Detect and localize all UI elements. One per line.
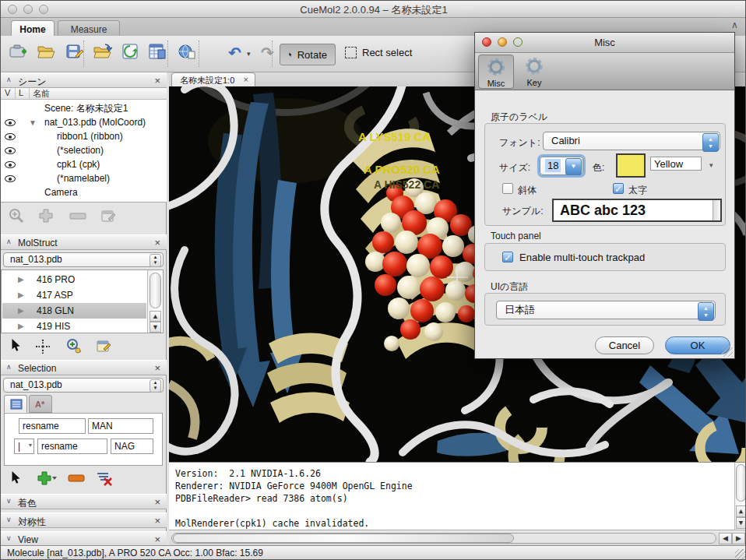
resize-grip[interactable]	[735, 549, 746, 560]
close-icon[interactable]: ×	[154, 515, 160, 527]
molstruct-panel-header[interactable]: ∧ MolStruct ×	[1, 234, 167, 250]
tree-row-camera[interactable]: Camera	[1, 185, 167, 199]
symmetry-panel-header[interactable]: ∨ 対称性 ×	[1, 512, 167, 528]
scroll-down-icon[interactable]: ▼	[736, 517, 746, 529]
close-icon[interactable]: ×	[154, 534, 160, 545]
tree-row-cpk1[interactable]: cpk1 (cpk)	[1, 157, 167, 171]
dialog-resize-grip[interactable]	[722, 346, 733, 357]
visibility-eye-icon[interactable]	[5, 145, 16, 157]
close-icon[interactable]: ×	[154, 75, 160, 86]
disclosure-icon[interactable]: ▶	[18, 272, 24, 287]
add-renderer-icon[interactable]	[38, 208, 54, 224]
scrollbar-thumb[interactable]	[736, 464, 746, 502]
residue-row[interactable]: ▶416 PRO	[2, 272, 146, 287]
undo-icon[interactable]: ↶	[228, 44, 241, 62]
expand-icon[interactable]: ∨	[6, 497, 12, 505]
molstruct-molecule-select[interactable]: nat_013.pdb ▲▼	[3, 252, 164, 267]
expand-icon[interactable]: ∨	[6, 534, 12, 542]
center-view-icon[interactable]	[35, 339, 51, 354]
close-icon[interactable]: ×	[154, 362, 160, 374]
scrollbar-thumb[interactable]	[150, 273, 161, 308]
tab-measure[interactable]: Measure	[58, 20, 120, 36]
tree-row-namelabel[interactable]: (*namelabel)	[1, 171, 167, 185]
network-open-button[interactable]	[177, 42, 200, 65]
selection-expression-tab[interactable]: A*	[29, 395, 52, 413]
add-rule-icon[interactable]	[37, 470, 57, 486]
residue-row[interactable]: ▶419 HIS	[2, 319, 146, 333]
visibility-eye-icon[interactable]	[5, 117, 16, 129]
window-titlebar[interactable]: CueMol2 2.0.0.94 – 名称未設定1	[1, 1, 746, 18]
coloring-panel-header[interactable]: ∨ 着色 ×	[1, 494, 167, 509]
rule1-value-field[interactable]	[88, 418, 153, 434]
ribbon-collapse-icon[interactable]: ∧	[731, 19, 738, 30]
misc-dialog[interactable]: Misc Misc Key 原子のラベル フォント: Calibri ▲▼ サイ…	[474, 32, 735, 359]
scene-panel-header[interactable]: ∧ シーン ×	[1, 72, 167, 88]
molstruct-scrollbar[interactable]: ▲ ▼	[147, 270, 163, 333]
italic-checkbox[interactable]	[502, 183, 513, 194]
collapse-icon[interactable]: ∧	[6, 238, 12, 245]
close-icon[interactable]: ×	[154, 237, 160, 248]
color-swatch[interactable]	[616, 153, 646, 178]
scroll-up-icon[interactable]: ▲	[150, 311, 161, 322]
residue-row-selected[interactable]: ▶418 GLN	[2, 303, 146, 319]
view-panel-header[interactable]: ∨ View ×	[1, 531, 167, 547]
visibility-eye-icon[interactable]	[5, 159, 16, 171]
select-cursor-icon[interactable]	[9, 338, 23, 354]
console-horizontal-scrollbar[interactable]: ◀ ▶	[169, 530, 746, 545]
selection-list-tab[interactable]	[4, 395, 27, 413]
disclosure-icon[interactable]: ▶	[18, 287, 24, 303]
clear-selection-icon[interactable]	[96, 470, 113, 486]
scroll-left-icon[interactable]: ◀	[719, 533, 732, 544]
rect-select-button[interactable]: Rect select	[345, 47, 412, 58]
tree-row-molcoord[interactable]: ▼nat_013.pdb (MolCoord)	[1, 115, 167, 129]
ok-button[interactable]: OK	[665, 336, 730, 354]
console-scrollbar[interactable]: ▲ ▼	[734, 463, 746, 530]
residue-row[interactable]: ▶417 ASP	[2, 287, 146, 303]
rule2-op-select[interactable]: |▾	[14, 438, 34, 454]
visibility-eye-icon[interactable]	[5, 173, 16, 185]
color-dropdown-icon[interactable]: ▾	[709, 161, 713, 169]
collapse-icon[interactable]: ∧	[6, 363, 12, 371]
scroll-down-icon[interactable]: ▼	[150, 322, 161, 333]
save-scene-button[interactable]	[65, 42, 88, 65]
new-scene-button[interactable]	[9, 42, 32, 65]
dialog-titlebar[interactable]: Misc	[475, 33, 734, 53]
open-scene-button[interactable]	[37, 42, 60, 65]
disclosure-icon[interactable]: ▶	[18, 319, 24, 333]
scrollbar-track[interactable]	[171, 533, 716, 544]
close-tab-icon[interactable]: ×	[244, 75, 248, 84]
disclosure-icon[interactable]: ▼	[29, 116, 37, 130]
rule1-key-field[interactable]	[19, 418, 86, 434]
scrollbar-thumb[interactable]	[173, 534, 514, 543]
close-icon[interactable]: ×	[154, 496, 160, 508]
cancel-button[interactable]: Cancel	[595, 336, 654, 354]
select-cursor-icon[interactable]	[9, 470, 23, 486]
rule2-value-field[interactable]	[111, 438, 153, 454]
reload-view-button[interactable]	[121, 42, 144, 65]
rule2-key-field[interactable]	[37, 438, 107, 454]
zoom-in-icon[interactable]	[9, 208, 24, 224]
selection-molecule-select[interactable]: nat_013.pdb ▲▼	[3, 378, 164, 393]
collapse-icon[interactable]: ∧	[6, 76, 12, 83]
tree-row-scene[interactable]: Scene: 名称未設定1	[1, 101, 167, 115]
undo-dropdown-icon[interactable]: ▾	[247, 50, 251, 58]
visibility-eye-icon[interactable]	[5, 131, 16, 143]
key-section-button[interactable]: Key	[516, 55, 552, 89]
multitouch-checkbox[interactable]: ✓	[502, 252, 513, 262]
bold-checkbox[interactable]: ✓	[613, 183, 624, 194]
font-select[interactable]: Calibri ▲▼	[543, 132, 720, 150]
remove-renderer-icon[interactable]	[69, 212, 86, 220]
selection-panel-header[interactable]: ∧ Selection ×	[1, 360, 167, 375]
expand-icon[interactable]: ∨	[6, 516, 12, 523]
rotate-tool-button[interactable]: Rotate	[280, 44, 336, 65]
tree-row-selection[interactable]: (*selection)	[1, 143, 167, 157]
properties-icon[interactable]	[96, 338, 111, 354]
scroll-right-icon[interactable]: ▶	[732, 533, 745, 544]
scene-view-tab[interactable]: 名称未設定1:0 ×	[171, 72, 255, 86]
properties-icon[interactable]	[100, 208, 116, 224]
tab-home[interactable]: Home	[11, 20, 55, 36]
tree-row-ribbon1[interactable]: ribbon1 (ribbon)	[1, 129, 167, 143]
ui-language-select[interactable]: 日本語 ▲▼	[496, 301, 716, 319]
size-select[interactable]: 18 ▼	[540, 157, 583, 175]
remove-rule-icon[interactable]	[68, 474, 85, 482]
